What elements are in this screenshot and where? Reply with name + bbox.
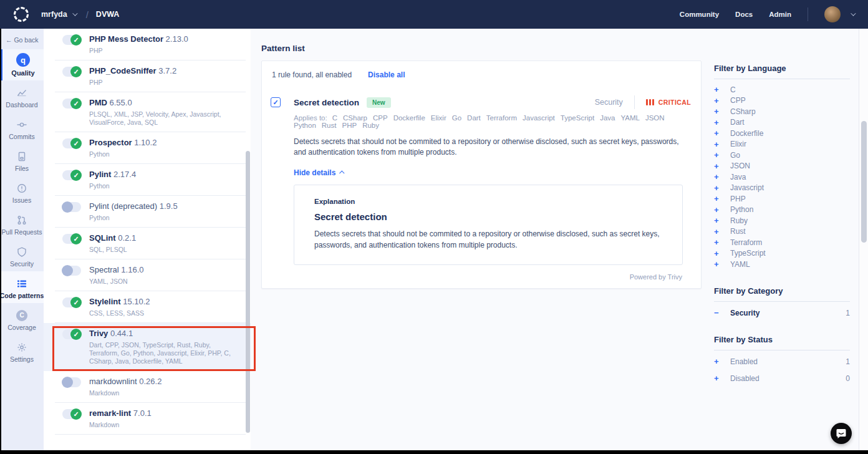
filter-status-option[interactable]: + Disabled 0 (714, 373, 850, 384)
rule-checkbox[interactable]: ✓ (271, 97, 281, 107)
code-patterns-icon (17, 278, 27, 289)
tool-toggle[interactable]: ✓ (62, 297, 81, 307)
filter-count: 1 (846, 309, 850, 317)
sidebar-item-pull-requests[interactable]: Pull Requests (0, 208, 44, 239)
sidebar-item-dashboard[interactable]: Dashboard (0, 80, 44, 112)
tool-toggle[interactable] (62, 377, 81, 387)
page-scrollbar[interactable] (859, 29, 868, 450)
nav-link-community[interactable]: Community (680, 11, 719, 18)
applies-to-language: JSON (645, 114, 665, 122)
applies-to-language: Terraform (486, 114, 517, 122)
user-menu[interactable] (824, 6, 854, 22)
filter-language-option[interactable]: + Elixir (714, 139, 850, 150)
quality-q-icon: q (16, 53, 30, 67)
file-icon (17, 151, 27, 162)
sidebar-item-quality[interactable]: q Quality (0, 49, 44, 80)
org-switcher[interactable]: mrfyda (41, 10, 76, 19)
tool-row[interactable]: ✓ PMD 6.55.0 PLSQL, XML, JSP, Velocity, … (44, 92, 251, 132)
chevron-down-icon (72, 11, 77, 16)
applies-to-language: CPP (373, 114, 388, 122)
sidebar-item-issues[interactable]: Issues (0, 176, 44, 208)
tool-row[interactable]: ✓ Prospector 1.10.2 Python (44, 132, 251, 164)
rule-name: Secret detection (294, 98, 359, 107)
tool-name: PHP Mess Detector (89, 34, 163, 44)
filter-language-option[interactable]: + CSharp (714, 106, 850, 117)
sidebar-item-settings[interactable]: Settings (0, 335, 44, 367)
filter-language-option[interactable]: + Dart (714, 117, 850, 128)
tools-scrollbar[interactable] (246, 151, 250, 433)
plus-icon: + (714, 140, 730, 149)
filter-language-title: Filter by Language (714, 64, 850, 79)
sidebar-item-coverage[interactable]: C Coverage (0, 303, 44, 335)
tool-row[interactable]: ✓ Stylelint 15.10.2 CSS, LESS, SASS (44, 291, 251, 323)
filter-language-option[interactable]: + JSON (714, 161, 850, 172)
tool-row[interactable]: ✓ PHP_CodeSniffer 3.7.2 PHP (44, 60, 251, 92)
scrollbar-thumb[interactable] (861, 121, 867, 243)
tool-row[interactable]: ✓ PHP Mess Detector 2.13.0 PHP (44, 29, 251, 60)
check-icon: ✓ (272, 99, 278, 106)
filter-language-option[interactable]: + Python (714, 205, 850, 216)
tool-toggle[interactable] (62, 266, 81, 276)
sidebar-item-commits[interactable]: Commits (0, 112, 44, 144)
nav-link-docs[interactable]: Docs (735, 11, 753, 18)
filter-language-option[interactable]: + Terraform (714, 237, 850, 248)
plus-icon: + (714, 150, 730, 160)
top-navbar: mrfyda / DVWA Community Docs Admin (0, 0, 868, 29)
tool-row[interactable]: ✓ Trivy 0.44.1 Dart, CPP, JSON, TypeScri… (44, 323, 251, 371)
chat-widget-button[interactable] (831, 423, 852, 444)
applies-to-language: Elixir (431, 114, 446, 122)
tool-toggle[interactable]: ✓ (62, 67, 81, 77)
tool-toggle[interactable]: ✓ (62, 35, 81, 45)
tool-toggle[interactable]: ✓ (62, 99, 81, 109)
filter-language-option[interactable]: + Rust (714, 226, 850, 238)
sidebar-item-security[interactable]: Security (0, 239, 44, 271)
filter-language-option[interactable]: + TypeScript (714, 248, 850, 259)
filter-status-title: Filter by Status (714, 335, 850, 350)
tool-toggle[interactable]: ✓ (62, 138, 81, 148)
applies-to-language: YAML (620, 114, 639, 122)
filter-language-option[interactable]: + Dockerfile (714, 128, 850, 139)
go-back-button[interactable]: ← Go back (0, 29, 44, 44)
sidebar-item-files[interactable]: Files (0, 144, 44, 176)
tool-name: Prospector (89, 138, 132, 147)
tool-toggle[interactable]: ✓ (62, 234, 81, 244)
tool-toggle[interactable]: ✓ (62, 170, 81, 180)
tool-languages: Python (89, 150, 157, 158)
tool-toggle[interactable]: ✓ (62, 329, 81, 339)
disable-all-button[interactable]: Disable all (368, 70, 405, 79)
applies-to-language: TypeScript (561, 114, 594, 122)
tools-list: ✓ PHP Mess Detector 2.13.0 PHP ✓ (44, 29, 251, 450)
filter-language-option[interactable]: + Javascript (714, 183, 850, 194)
tool-row[interactable]: ✓ SQLint 0.2.1 SQL, PLSQL (44, 228, 251, 259)
tool-toggle[interactable] (62, 202, 81, 212)
applies-to-language: Dockerfile (393, 114, 425, 122)
toggle-knob: ✓ (70, 408, 82, 420)
tool-row[interactable]: Pylint (deprecated) 1.9.5 Python (44, 196, 251, 228)
filter-language-option[interactable]: + PHP (714, 193, 850, 205)
explanation-box: Explanation Secret detection Detects sec… (294, 185, 683, 265)
hide-details-button[interactable]: Hide details (294, 168, 691, 177)
tool-toggle[interactable]: ✓ (62, 409, 81, 419)
filter-language-option[interactable]: + CPP (714, 95, 850, 107)
filter-status-option[interactable]: + Enabled 1 (714, 356, 850, 367)
tool-version: 0.2.1 (118, 233, 136, 243)
filter-language-option[interactable]: + C (714, 84, 850, 95)
check-icon: ✓ (73, 299, 79, 306)
tool-languages: PLSQL, XML, JSP, Velocity, Apex, Javascr… (89, 110, 241, 127)
sidebar-item-code-patterns[interactable]: Code patterns (0, 271, 44, 303)
filters-panel: Filter by Language + C + CPP (714, 64, 850, 384)
filter-language-option[interactable]: + Java (714, 171, 850, 183)
plus-icon: + (714, 118, 730, 127)
nav-link-admin[interactable]: Admin (769, 11, 791, 18)
tool-row[interactable]: Spectral 1.16.0 YAML, JSON (44, 259, 251, 291)
filter-language-option[interactable]: + Ruby (714, 215, 850, 226)
toggle-knob: ✓ (70, 34, 82, 46)
tool-row[interactable]: ✓ Pylint 2.17.4 Python (44, 164, 251, 196)
explanation-description: Detects secrets that should not be commi… (314, 228, 667, 251)
explanation-label: Explanation (314, 198, 667, 205)
tool-row[interactable]: ✓ remark-lint 7.0.1 Markdown (44, 403, 251, 435)
filter-language-option[interactable]: + YAML (714, 259, 850, 270)
tool-row[interactable]: markdownlint 0.26.2 Markdown (44, 371, 251, 403)
filter-language-option[interactable]: + Go (714, 150, 850, 161)
filter-category-option[interactable]: − Security 1 (714, 307, 850, 319)
